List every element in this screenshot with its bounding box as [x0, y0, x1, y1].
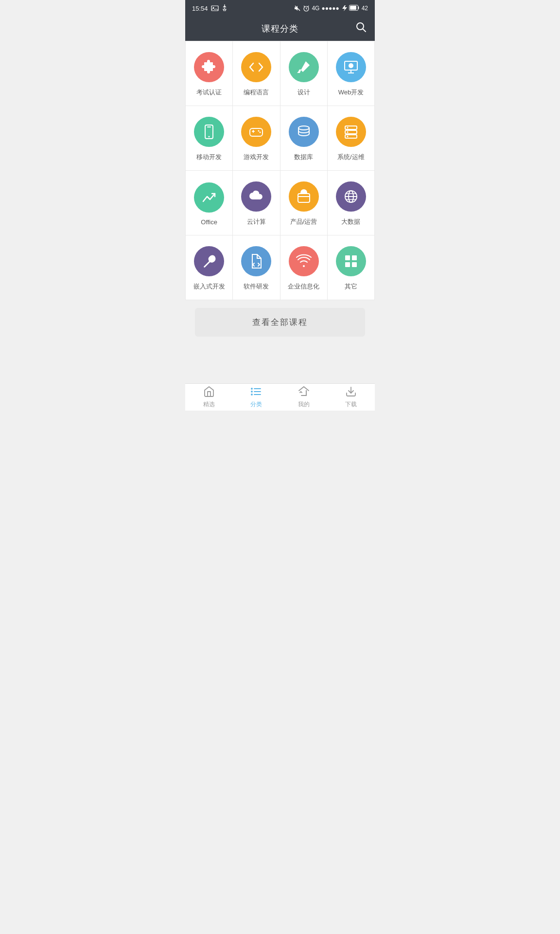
category-item-product[interactable]: 产品/运营 — [280, 171, 328, 235]
category-label-software: 软件研发 — [244, 282, 269, 291]
category-icon-cloud — [241, 181, 271, 212]
page-title: 课程分类 — [262, 23, 298, 35]
category-label-bigdata: 大数据 — [341, 217, 360, 226]
category-icon-enterprise — [289, 246, 319, 276]
category-label-embedded: 嵌入式开发 — [193, 282, 225, 291]
category-label-office: Office — [201, 218, 217, 226]
view-all-button[interactable]: 查看全部课程 — [195, 308, 365, 337]
category-icon-mobile — [194, 117, 224, 147]
network-type: 4G — [312, 5, 319, 12]
battery-level: 42 — [362, 5, 368, 12]
category-label-mobile: 移动开发 — [196, 153, 222, 162]
category-label-exam: 考试认证 — [196, 88, 222, 97]
category-icon-programming — [241, 52, 271, 82]
svg-rect-39 — [352, 255, 357, 260]
nav-item-featured[interactable]: 精选 — [185, 384, 233, 411]
alarm-icon — [303, 5, 310, 12]
category-icon-database — [289, 117, 319, 147]
category-icon-office — [194, 182, 224, 213]
svg-point-22 — [258, 130, 260, 132]
category-item-sysops[interactable]: 系统/运维 — [328, 106, 375, 171]
svg-point-17 — [209, 136, 210, 138]
status-left: 15:54 — [192, 4, 228, 12]
battery-icon — [349, 5, 360, 11]
svg-point-23 — [260, 132, 261, 133]
svg-rect-38 — [345, 255, 350, 260]
category-item-office[interactable]: Office — [186, 171, 233, 235]
svg-point-28 — [347, 127, 348, 128]
svg-point-46 — [251, 391, 252, 392]
category-icon-software — [241, 246, 271, 276]
nav-label-featured: 精选 — [203, 400, 215, 409]
content-spacer — [185, 344, 375, 383]
svg-rect-41 — [352, 262, 357, 267]
nav-icon-download — [345, 386, 357, 399]
svg-point-15 — [349, 63, 353, 68]
category-item-embedded[interactable]: 嵌入式开发 — [186, 235, 233, 300]
category-label-database: 数据库 — [294, 153, 313, 162]
nav-icon-mine — [298, 386, 310, 399]
category-label-enterprise: 企业信息化 — [288, 282, 319, 291]
nav-icon-category — [250, 386, 262, 399]
svg-point-30 — [347, 136, 348, 137]
category-icon-embedded — [194, 246, 224, 276]
mute-icon — [294, 5, 301, 12]
category-label-webdev: Web开发 — [338, 88, 364, 97]
category-item-webdev[interactable]: Web开发 — [328, 41, 375, 106]
category-label-product: 产品/运营 — [290, 217, 317, 226]
nav-label-download: 下载 — [345, 400, 357, 409]
nav-label-category: 分类 — [250, 400, 262, 409]
category-item-cloud[interactable]: 云计算 — [233, 171, 280, 235]
category-grid-container: 考试认证 编程语言 设计 Web开发 移动开发 游戏开发 数据库 — [185, 41, 375, 300]
category-icon-design — [289, 52, 319, 82]
svg-rect-9 — [350, 6, 356, 10]
svg-point-45 — [251, 388, 252, 389]
nav-label-mine: 我的 — [298, 400, 310, 409]
category-grid: 考试认证 编程语言 设计 Web开发 移动开发 游戏开发 数据库 — [185, 41, 375, 300]
svg-point-24 — [298, 126, 309, 130]
svg-point-29 — [347, 131, 348, 133]
nav-item-category[interactable]: 分类 — [233, 384, 280, 411]
search-icon — [355, 21, 367, 33]
category-icon-game — [241, 117, 271, 147]
category-label-game: 游戏开发 — [244, 153, 269, 162]
app-header: 课程分类 — [185, 17, 375, 41]
category-label-programming: 编程语言 — [244, 88, 269, 97]
category-item-programming[interactable]: 编程语言 — [233, 41, 280, 106]
category-item-design[interactable]: 设计 — [280, 41, 328, 106]
category-item-mobile[interactable]: 移动开发 — [186, 106, 233, 171]
category-item-software[interactable]: 软件研发 — [233, 235, 280, 300]
category-label-sysops: 系统/运维 — [337, 153, 365, 162]
usb-icon — [222, 4, 228, 12]
category-icon-exam — [194, 52, 224, 82]
signal-dots: ●●●●● — [321, 5, 339, 12]
category-item-other[interactable]: 其它 — [328, 235, 375, 300]
svg-line-11 — [363, 29, 366, 32]
svg-rect-31 — [298, 194, 310, 202]
nav-item-download[interactable]: 下载 — [328, 384, 375, 411]
category-label-design: 设计 — [298, 88, 310, 97]
svg-line-6 — [304, 6, 305, 7]
nav-icon-featured — [203, 386, 215, 399]
category-item-enterprise[interactable]: 企业信息化 — [280, 235, 328, 300]
category-item-exam[interactable]: 考试认证 — [186, 41, 233, 106]
svg-line-7 — [308, 6, 309, 7]
lightning-icon — [341, 5, 347, 12]
nav-item-mine[interactable]: 我的 — [280, 384, 328, 411]
status-right: 4G ●●●●● 42 — [294, 5, 368, 12]
bottom-navigation: 精选 分类 我的 下载 — [185, 383, 375, 411]
category-item-game[interactable]: 游戏开发 — [233, 106, 280, 171]
category-item-database[interactable]: 数据库 — [280, 106, 328, 171]
category-item-bigdata[interactable]: 大数据 — [328, 171, 375, 235]
category-label-cloud: 云计算 — [247, 217, 266, 226]
svg-point-47 — [251, 394, 252, 395]
category-label-other: 其它 — [345, 282, 357, 291]
status-bar: 15:54 4G ●●●●● 42 — [185, 0, 375, 17]
category-icon-other — [336, 246, 366, 276]
svg-rect-40 — [345, 262, 350, 267]
svg-line-5 — [306, 9, 307, 9]
view-all-section: 查看全部课程 — [185, 300, 375, 344]
search-button[interactable] — [355, 21, 367, 36]
category-icon-product — [289, 181, 319, 212]
time: 15:54 — [192, 5, 208, 12]
